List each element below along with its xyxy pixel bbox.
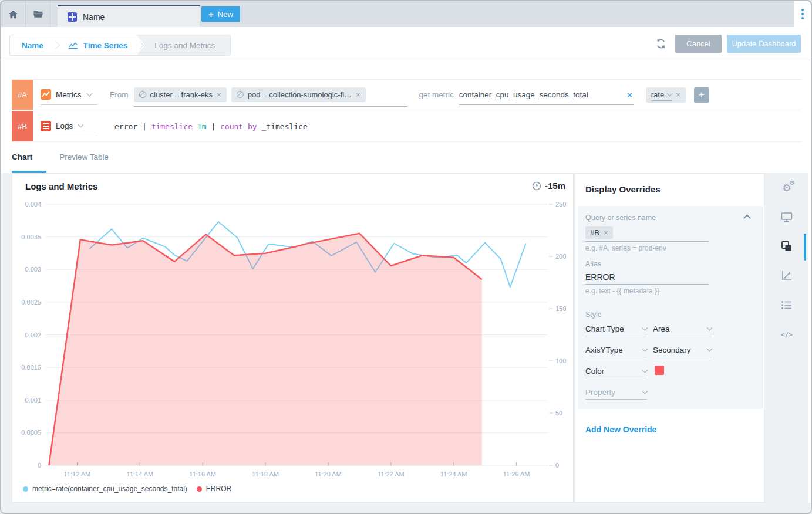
chevron-down-icon [78, 122, 84, 128]
side-rail: ⚙⚙ </> [766, 173, 808, 503]
folder-icon [32, 8, 44, 20]
svg-text:250: 250 [555, 201, 566, 208]
style-row-axis: AxisYType Secondary [585, 344, 756, 357]
metrics-icon [41, 89, 51, 100]
svg-text:0.0015: 0.0015 [21, 364, 41, 371]
chart-type-value-select[interactable]: Area [653, 323, 712, 336]
from-label: From [110, 90, 129, 99]
refresh-button[interactable] [655, 38, 666, 49]
svg-text:11:16 AM: 11:16 AM [189, 471, 216, 478]
dashboard-tab[interactable]: Name [58, 5, 200, 27]
tab-chart[interactable]: Chart [12, 153, 32, 161]
svg-text:0: 0 [38, 462, 41, 469]
chart-plot[interactable]: 0.0040.00350.0030.00250.0020.00150.0010.… [12, 174, 574, 503]
query-row-a: #A Metrics From cluster = frank-eks × po… [12, 79, 802, 110]
header-actions: Cancel Update Dashboard [655, 35, 801, 53]
clear-metric-icon[interactable]: × [625, 90, 634, 100]
svg-text:0.003: 0.003 [25, 266, 41, 273]
filter-chip[interactable]: pod = collection-sumologic-fl… × [231, 87, 366, 102]
chart-type-select[interactable]: Chart Type [585, 323, 647, 336]
operator-select[interactable]: rate [651, 89, 672, 101]
query-series-label: Query or series name [585, 214, 656, 222]
legend-item-error[interactable]: ERROR [197, 485, 231, 493]
remove-chip-icon[interactable]: × [604, 228, 608, 237]
breadcrumb-item-name[interactable]: Name [10, 35, 55, 55]
active-tab-underline [12, 171, 46, 173]
metric-input[interactable]: container_cpu_usage_seconds_total × [459, 85, 634, 105]
monitor-icon[interactable] [780, 210, 794, 224]
layers-icon[interactable] [780, 239, 794, 253]
logs-icon [41, 121, 51, 131]
chart-legend: metric=rate(container_cpu_usage_seconds_… [23, 485, 231, 493]
style-label: Style [585, 310, 602, 319]
chart-axes-icon[interactable] [780, 269, 794, 283]
chevron-down-icon [667, 90, 673, 96]
chevron-down-icon [642, 324, 648, 330]
operator-chip[interactable]: rate × [646, 87, 686, 103]
color-swatch[interactable] [655, 366, 664, 375]
breadcrumb-row: Name Time Series Logs and Metrics [1, 27, 811, 60]
legend-item-metric[interactable]: metric=rate(container_cpu_usage_seconds_… [23, 485, 187, 493]
remove-chip-icon[interactable]: × [217, 90, 221, 99]
axis-value-select[interactable]: Secondary [653, 344, 712, 357]
settings-gears-icon[interactable]: ⚙⚙ [780, 181, 794, 195]
query-badge-a: #A [12, 80, 33, 110]
metrics-type-label: Metrics [56, 90, 82, 99]
chevron-down-icon [642, 367, 648, 373]
breadcrumb-item-time-series[interactable]: Time Series [56, 35, 140, 55]
collapse-icon[interactable] [743, 214, 751, 222]
metrics-type-select[interactable]: Metrics [41, 85, 97, 105]
svg-text:0.0005: 0.0005 [21, 429, 41, 436]
new-button[interactable]: + New [201, 6, 240, 22]
remove-chip-icon[interactable]: × [356, 90, 360, 99]
tab-preview-table[interactable]: Preview Table [59, 153, 109, 161]
alias-hint: e.g. text - {{ metadata }} [585, 287, 659, 295]
chart-card: Logs and Metrics -15m 0.0040.00350.0030.… [12, 173, 574, 503]
code-icon[interactable]: </> [780, 327, 794, 341]
query-field-underline[interactable] [585, 241, 709, 242]
svg-text:11:14 AM: 11:14 AM [126, 471, 153, 478]
axis-y-type-select[interactable]: AxisYType [585, 344, 647, 357]
dashboard-tab-label: Name [83, 12, 105, 22]
list-icon[interactable] [780, 298, 794, 312]
folder-button[interactable] [26, 1, 50, 27]
kebab-menu-button[interactable] [801, 9, 804, 19]
style-row-color: Color [585, 366, 756, 378]
property-select[interactable]: Property [585, 387, 647, 400]
chevron-down-icon [642, 346, 648, 351]
series-chip[interactable]: #B × [585, 226, 613, 239]
add-operator-button[interactable]: + [694, 87, 709, 103]
svg-text:100: 100 [555, 357, 566, 364]
query-row-b: #B Logs error | timeslice 1m | count by … [12, 111, 802, 142]
svg-text:0.002: 0.002 [25, 332, 41, 339]
style-row-chart-type: Chart Type Area [585, 323, 756, 336]
update-dashboard-button[interactable]: Update Dashboard [727, 35, 801, 53]
chevron-down-icon [86, 90, 92, 96]
alias-field[interactable]: ERROR [585, 272, 615, 282]
active-rail-indicator [804, 234, 806, 261]
svg-text:150: 150 [555, 305, 566, 312]
alias-underline [585, 284, 709, 285]
svg-text:0.001: 0.001 [25, 397, 41, 404]
query-hint: e.g. #A, series = prod-env [585, 244, 666, 252]
view-tabs: Chart Preview Table [12, 153, 109, 161]
remove-operator-icon[interactable]: × [676, 90, 680, 99]
overrides-title: Display Overrides [585, 184, 661, 194]
filter-chip[interactable]: cluster = frank-eks × [134, 87, 227, 102]
add-new-override-link[interactable]: Add New Override [585, 425, 656, 434]
get-metric-label: get metric [419, 90, 454, 99]
logs-query-input[interactable]: error | timeslice 1m | count by _timesli… [114, 122, 308, 131]
color-select[interactable]: Color [585, 366, 647, 378]
new-button-label: New [218, 10, 233, 19]
svg-text:0: 0 [555, 462, 559, 469]
cancel-button[interactable]: Cancel [675, 35, 722, 53]
svg-text:11:22 AM: 11:22 AM [378, 471, 405, 478]
chevron-down-icon [642, 388, 648, 394]
breadcrumb-item-panel: Logs and Metrics [137, 35, 230, 55]
logs-type-label: Logs [56, 121, 73, 130]
svg-text:11:12 AM: 11:12 AM [64, 471, 91, 478]
home-button[interactable] [1, 1, 26, 27]
logs-type-select[interactable]: Logs [41, 116, 97, 136]
metric-filters-field[interactable]: cluster = frank-eks × pod = collection-s… [134, 83, 407, 107]
svg-text:11:18 AM: 11:18 AM [252, 471, 279, 478]
